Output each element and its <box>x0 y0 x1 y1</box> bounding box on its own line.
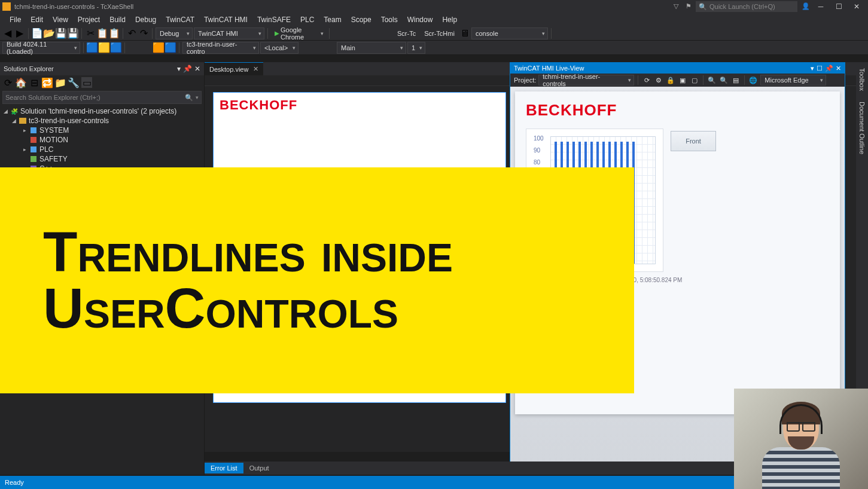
lv-tool-icon[interactable]: ⚙ <box>654 75 663 85</box>
preview-icon[interactable]: ▭ <box>81 77 92 88</box>
tc-icon-3[interactable]: 🟦 <box>111 42 121 53</box>
tc-icon-1[interactable]: 🟦 <box>87 42 98 53</box>
lv-lock-icon[interactable]: 🔒 <box>666 75 675 85</box>
show-all-icon[interactable]: 📁 <box>55 77 66 88</box>
lv-devtools-icon[interactable]: ▣ <box>678 75 687 85</box>
lv-project-combo[interactable]: tchmi-trend-in-user-controls <box>538 75 634 85</box>
undo-icon[interactable]: ↶ <box>126 28 137 39</box>
tab-output[interactable]: Output <box>243 463 275 473</box>
filter-icon[interactable]: ▽ <box>674 2 682 11</box>
menu-plc[interactable]: PLC <box>296 14 319 26</box>
lv-zoomout-icon[interactable]: 🔍 <box>719 75 729 85</box>
project-combo[interactable]: tc3-trend-in-user-contro <box>182 42 259 54</box>
new-project-icon[interactable]: 📄 <box>32 28 42 39</box>
menu-file[interactable]: File <box>5 14 26 26</box>
tree-node[interactable]: ▸SYSTEM <box>0 126 204 135</box>
paste-icon[interactable]: 📋 <box>109 28 120 39</box>
sync-icon[interactable]: 🔁 <box>42 77 53 88</box>
menu-team[interactable]: Team <box>319 14 346 26</box>
menu-window[interactable]: Window <box>403 14 438 26</box>
maximize-button[interactable]: ☐ <box>830 1 848 13</box>
menu-scope[interactable]: Scope <box>346 14 376 26</box>
run-button[interactable]: ▶Google Chrome <box>271 27 326 39</box>
scr-tchmi-label[interactable]: Scr-TcHmi <box>421 30 458 37</box>
menu-build[interactable]: Build <box>105 14 130 26</box>
solution-root[interactable]: ◢🧩Solution 'tchmi-trend-in-user-controls… <box>0 106 204 116</box>
build-combo[interactable]: Build 4024.11 (Loaded) <box>2 42 80 54</box>
target-combo[interactable]: Main <box>337 42 406 54</box>
menu-project[interactable]: Project <box>73 14 105 26</box>
copy-icon[interactable]: 📋 <box>97 28 108 39</box>
minimize-button[interactable]: ─ <box>812 1 830 13</box>
menu-twinsafe[interactable]: TwinSAFE <box>252 14 296 26</box>
nav-back-icon[interactable]: ◀ <box>2 28 13 39</box>
tree-node[interactable]: SAFETY <box>0 154 204 164</box>
lv-brand-logo: BECKHOFF <box>515 91 840 129</box>
save-icon[interactable]: 💾 <box>56 28 66 39</box>
notify-icon[interactable]: ⚑ <box>686 2 694 11</box>
y-tick-label: 90 <box>534 147 540 154</box>
nav-fwd-icon[interactable]: ▶ <box>14 28 25 39</box>
refresh-icon[interactable]: ⟳ <box>2 77 13 88</box>
tab-close-icon[interactable]: ✕ <box>253 65 258 73</box>
lv-browser-combo[interactable]: Microsoft Edge <box>760 75 826 85</box>
close-icon[interactable]: ✕ <box>194 65 200 73</box>
save-all-icon[interactable]: 💾 <box>68 28 78 39</box>
config-combo[interactable]: Debug <box>156 27 193 39</box>
video-title-overlay: Trendlines inside UserControls <box>0 167 634 393</box>
menu-twincat-hmi[interactable]: TwinCAT HMI <box>199 14 252 26</box>
tree-node[interactable]: ▸PLC <box>0 145 204 154</box>
console-combo[interactable]: console <box>471 27 548 39</box>
close-button[interactable]: ✕ <box>848 1 866 13</box>
toolbox-tab[interactable]: Toolbox <box>857 65 867 94</box>
solution-search[interactable]: 🔍 ▾ <box>2 91 202 104</box>
tab-desktop-view[interactable]: Desktop.view ✕ <box>205 62 263 75</box>
solution-toolbar: ⟳ 🏠 ⊟ 🔁 📁 🔧 ▭ <box>0 75 204 90</box>
solution-search-input[interactable] <box>5 94 185 101</box>
lv-fit-icon[interactable]: ▤ <box>731 75 741 85</box>
panel-dropdown-icon[interactable]: ▾ <box>177 65 181 73</box>
lv-pin-icon[interactable]: 📌 <box>825 65 833 72</box>
scr-tc-label[interactable]: Scr-Tc <box>394 30 419 37</box>
tree-node[interactable]: ◢tc3-trend-in-user-controls <box>0 116 204 126</box>
open-icon[interactable]: 📂 <box>44 28 54 39</box>
scope-combo[interactable]: <Local> <box>260 42 299 54</box>
status-text: Ready <box>5 479 24 486</box>
webcam-overlay <box>734 389 868 489</box>
redo-icon[interactable]: ↷ <box>138 28 149 39</box>
lv-maximize-icon[interactable]: ☐ <box>817 65 823 72</box>
tc-icon-4[interactable]: 🟧 <box>153 42 164 53</box>
tab-error-list[interactable]: Error List <box>205 463 243 473</box>
tab-label: Desktop.view <box>209 66 248 73</box>
menu-view[interactable]: View <box>48 14 73 26</box>
search-icon[interactable]: 🔍 <box>185 94 193 102</box>
menu-tools[interactable]: Tools <box>376 14 403 26</box>
collapse-icon[interactable]: ⊟ <box>29 77 39 88</box>
solution-title: Solution Explorer ▾ 📌 ✕ <box>0 62 204 75</box>
lv-refresh-icon[interactable]: ⟳ <box>642 75 651 85</box>
lv-dropdown-icon[interactable]: ▾ <box>811 65 814 72</box>
platform-combo[interactable]: TwinCAT HMI <box>194 27 264 39</box>
num-combo[interactable]: 1 <box>407 42 425 54</box>
cut-icon[interactable]: ✂ <box>85 28 96 39</box>
user-icon[interactable]: 👤 <box>802 2 810 11</box>
menu-help[interactable]: Help <box>437 14 462 26</box>
lv-zoomin-icon[interactable]: 🔍 <box>707 75 717 85</box>
quick-launch-input[interactable]: 🔍 Quick Launch (Ctrl+Q) <box>696 1 797 12</box>
home-icon[interactable]: 🏠 <box>16 77 26 88</box>
tc-icon-5[interactable]: 🟦 <box>165 42 176 53</box>
lv-project-label: Project: <box>514 77 536 84</box>
menu-debug[interactable]: Debug <box>130 14 161 26</box>
document-outline-tab[interactable]: Document Outline <box>857 98 867 158</box>
tc-icon-2[interactable]: 🟨 <box>99 42 109 53</box>
lv-detach-icon[interactable]: ▢ <box>690 75 699 85</box>
properties-icon[interactable]: 🔧 <box>68 77 79 88</box>
lv-close-icon[interactable]: ✕ <box>836 65 841 72</box>
live-view-title[interactable]: TwinCAT HMI Live-View ▾ ☐ 📌 ✕ <box>510 63 845 74</box>
tree-node[interactable]: MOTION <box>0 135 204 145</box>
menu-edit[interactable]: Edit <box>26 14 48 26</box>
pin-icon[interactable]: 📌 <box>183 65 192 73</box>
menu-twincat[interactable]: TwinCAT <box>161 14 199 26</box>
front-button[interactable]: Front <box>671 131 716 151</box>
search-dropdown-icon[interactable]: ▾ <box>196 94 199 100</box>
